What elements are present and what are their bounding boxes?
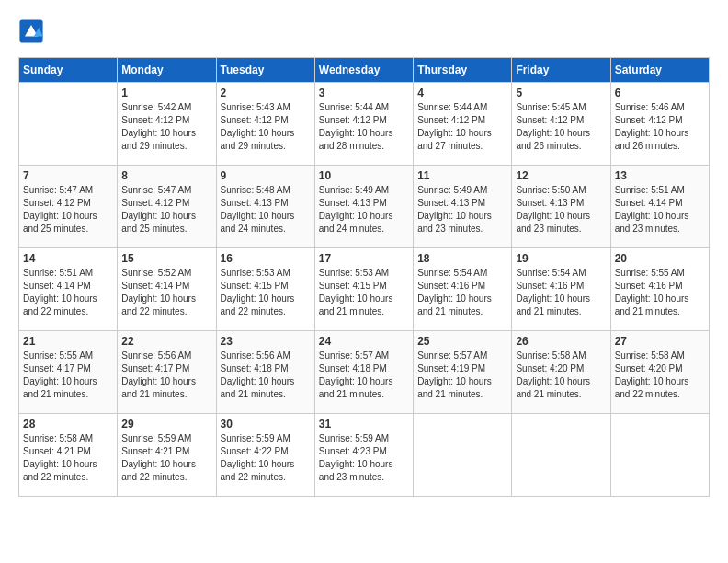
day-info: Sunrise: 5:53 AMSunset: 4:15 PMDaylight:… — [319, 267, 409, 318]
day-number: 13 — [615, 169, 705, 182]
day-info: Sunrise: 5:46 AMSunset: 4:12 PMDaylight:… — [615, 101, 705, 153]
day-info: Sunrise: 5:47 AMSunset: 4:12 PMDaylight:… — [121, 184, 211, 236]
day-cell: 24Sunrise: 5:57 AMSunset: 4:18 PMDayligh… — [314, 331, 413, 414]
day-number: 7 — [23, 169, 113, 182]
day-number: 4 — [417, 86, 507, 99]
day-info: Sunrise: 5:55 AMSunset: 4:16 PMDaylight:… — [615, 267, 705, 318]
day-number: 22 — [121, 335, 211, 348]
day-number: 20 — [615, 252, 705, 265]
day-cell: 6Sunrise: 5:46 AMSunset: 4:12 PMDaylight… — [610, 83, 709, 166]
logo-icon — [18, 18, 44, 44]
day-number: 15 — [121, 252, 211, 265]
day-number: 6 — [615, 86, 705, 99]
day-info: Sunrise: 5:57 AMSunset: 4:18 PMDaylight:… — [319, 350, 409, 401]
day-cell: 27Sunrise: 5:58 AMSunset: 4:20 PMDayligh… — [610, 331, 709, 414]
day-cell — [19, 83, 118, 166]
day-info: Sunrise: 5:54 AMSunset: 4:16 PMDaylight:… — [417, 267, 507, 318]
day-number: 16 — [221, 252, 311, 265]
day-number: 29 — [121, 418, 211, 431]
day-number: 3 — [319, 86, 409, 99]
day-cell: 15Sunrise: 5:52 AMSunset: 4:14 PMDayligh… — [118, 248, 216, 331]
weekday-header-tuesday: Tuesday — [216, 58, 314, 83]
week-row-4: 21Sunrise: 5:55 AMSunset: 4:17 PMDayligh… — [19, 331, 710, 414]
day-cell: 16Sunrise: 5:53 AMSunset: 4:15 PMDayligh… — [216, 248, 314, 331]
weekday-header-sunday: Sunday — [19, 58, 118, 83]
day-number: 18 — [417, 252, 507, 265]
day-number: 26 — [516, 335, 606, 348]
day-number: 25 — [417, 335, 507, 348]
day-number: 8 — [121, 169, 211, 182]
day-cell: 4Sunrise: 5:44 AMSunset: 4:12 PMDaylight… — [414, 83, 512, 166]
day-cell: 10Sunrise: 5:49 AMSunset: 4:13 PMDayligh… — [314, 166, 413, 248]
weekday-header-row: SundayMondayTuesdayWednesdayThursdayFrid… — [19, 58, 710, 83]
day-cell: 14Sunrise: 5:51 AMSunset: 4:14 PMDayligh… — [19, 248, 118, 331]
day-cell: 26Sunrise: 5:58 AMSunset: 4:20 PMDayligh… — [512, 331, 610, 414]
day-info: Sunrise: 5:56 AMSunset: 4:17 PMDaylight:… — [121, 350, 211, 401]
day-info: Sunrise: 5:50 AMSunset: 4:13 PMDaylight:… — [516, 184, 606, 236]
day-number: 1 — [121, 86, 211, 99]
day-number: 19 — [516, 252, 606, 265]
day-cell — [512, 414, 610, 497]
week-row-1: 1Sunrise: 5:42 AMSunset: 4:12 PMDaylight… — [19, 83, 710, 166]
day-info: Sunrise: 5:49 AMSunset: 4:13 PMDaylight:… — [319, 184, 409, 236]
weekday-header-saturday: Saturday — [610, 58, 709, 83]
day-number: 14 — [23, 252, 113, 265]
day-number: 31 — [319, 418, 409, 431]
day-cell: 9Sunrise: 5:48 AMSunset: 4:13 PMDaylight… — [216, 166, 314, 248]
calendar-table: SundayMondayTuesdayWednesdayThursdayFrid… — [18, 57, 710, 497]
day-info: Sunrise: 5:58 AMSunset: 4:20 PMDaylight:… — [615, 350, 705, 401]
day-info: Sunrise: 5:54 AMSunset: 4:16 PMDaylight:… — [516, 267, 606, 318]
day-cell: 1Sunrise: 5:42 AMSunset: 4:12 PMDaylight… — [118, 83, 216, 166]
day-info: Sunrise: 5:51 AMSunset: 4:14 PMDaylight:… — [615, 184, 705, 236]
weekday-header-monday: Monday — [118, 58, 216, 83]
day-number: 5 — [516, 86, 606, 99]
day-cell: 18Sunrise: 5:54 AMSunset: 4:16 PMDayligh… — [414, 248, 512, 331]
week-row-3: 14Sunrise: 5:51 AMSunset: 4:14 PMDayligh… — [19, 248, 710, 331]
day-cell: 30Sunrise: 5:59 AMSunset: 4:22 PMDayligh… — [216, 414, 314, 497]
day-cell: 23Sunrise: 5:56 AMSunset: 4:18 PMDayligh… — [216, 331, 314, 414]
day-number: 21 — [23, 335, 113, 348]
day-info: Sunrise: 5:44 AMSunset: 4:12 PMDaylight:… — [417, 101, 507, 153]
day-number: 12 — [516, 169, 606, 182]
week-row-2: 7Sunrise: 5:47 AMSunset: 4:12 PMDaylight… — [19, 166, 710, 248]
day-number: 11 — [417, 169, 507, 182]
day-cell: 13Sunrise: 5:51 AMSunset: 4:14 PMDayligh… — [610, 166, 709, 248]
day-info: Sunrise: 5:43 AMSunset: 4:12 PMDaylight:… — [221, 101, 311, 153]
day-cell: 5Sunrise: 5:45 AMSunset: 4:12 PMDaylight… — [512, 83, 610, 166]
week-row-5: 28Sunrise: 5:58 AMSunset: 4:21 PMDayligh… — [19, 414, 710, 497]
day-cell: 25Sunrise: 5:57 AMSunset: 4:19 PMDayligh… — [414, 331, 512, 414]
weekday-header-thursday: Thursday — [414, 58, 512, 83]
day-number: 2 — [221, 86, 311, 99]
day-info: Sunrise: 5:59 AMSunset: 4:23 PMDaylight:… — [319, 432, 409, 484]
day-info: Sunrise: 5:44 AMSunset: 4:12 PMDaylight:… — [319, 101, 409, 153]
day-info: Sunrise: 5:58 AMSunset: 4:20 PMDaylight:… — [516, 350, 606, 401]
day-info: Sunrise: 5:45 AMSunset: 4:12 PMDaylight:… — [516, 101, 606, 153]
day-cell: 3Sunrise: 5:44 AMSunset: 4:12 PMDaylight… — [314, 83, 413, 166]
day-cell: 11Sunrise: 5:49 AMSunset: 4:13 PMDayligh… — [414, 166, 512, 248]
day-info: Sunrise: 5:57 AMSunset: 4:19 PMDaylight:… — [417, 350, 507, 401]
day-cell: 17Sunrise: 5:53 AMSunset: 4:15 PMDayligh… — [314, 248, 413, 331]
day-cell: 19Sunrise: 5:54 AMSunset: 4:16 PMDayligh… — [512, 248, 610, 331]
day-info: Sunrise: 5:49 AMSunset: 4:13 PMDaylight:… — [417, 184, 507, 236]
day-info: Sunrise: 5:48 AMSunset: 4:13 PMDaylight:… — [221, 184, 311, 236]
day-number: 10 — [319, 169, 409, 182]
day-cell: 7Sunrise: 5:47 AMSunset: 4:12 PMDaylight… — [19, 166, 118, 248]
day-info: Sunrise: 5:56 AMSunset: 4:18 PMDaylight:… — [221, 350, 311, 401]
day-number: 9 — [221, 169, 311, 182]
day-number: 30 — [221, 418, 311, 431]
day-cell: 21Sunrise: 5:55 AMSunset: 4:17 PMDayligh… — [19, 331, 118, 414]
day-info: Sunrise: 5:55 AMSunset: 4:17 PMDaylight:… — [23, 350, 113, 401]
day-cell: 20Sunrise: 5:55 AMSunset: 4:16 PMDayligh… — [610, 248, 709, 331]
day-info: Sunrise: 5:47 AMSunset: 4:12 PMDaylight:… — [23, 184, 113, 236]
calendar-body: 1Sunrise: 5:42 AMSunset: 4:12 PMDaylight… — [19, 83, 710, 497]
day-number: 27 — [615, 335, 705, 348]
day-info: Sunrise: 5:42 AMSunset: 4:12 PMDaylight:… — [121, 101, 211, 153]
weekday-header-wednesday: Wednesday — [314, 58, 413, 83]
day-info: Sunrise: 5:53 AMSunset: 4:15 PMDaylight:… — [221, 267, 311, 318]
day-cell: 22Sunrise: 5:56 AMSunset: 4:17 PMDayligh… — [118, 331, 216, 414]
day-number: 23 — [221, 335, 311, 348]
day-cell — [414, 414, 512, 497]
day-info: Sunrise: 5:51 AMSunset: 4:14 PMDaylight:… — [23, 267, 113, 318]
day-info: Sunrise: 5:58 AMSunset: 4:21 PMDaylight:… — [23, 432, 113, 484]
day-cell: 31Sunrise: 5:59 AMSunset: 4:23 PMDayligh… — [314, 414, 413, 497]
